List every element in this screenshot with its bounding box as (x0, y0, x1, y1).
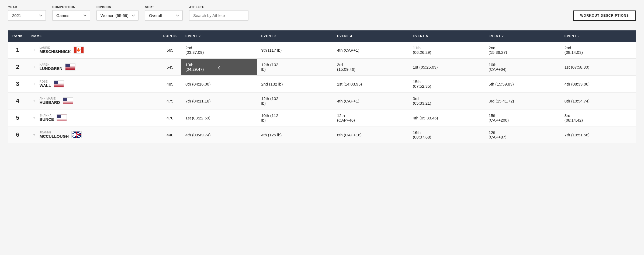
division-select[interactable]: Women (55-59) (96, 10, 139, 21)
flag-icon (71, 131, 82, 138)
athlete-first-name: ANN MARIE (40, 97, 60, 100)
expand-button[interactable]: + (32, 81, 37, 87)
event5-cell: 1st (05:25.03) (408, 59, 484, 76)
expand-button[interactable]: + (32, 115, 37, 121)
event-value: 1st (14:03.95) (337, 82, 362, 86)
event-value: 12th (CAP+87) (489, 130, 506, 139)
event-value: 12th (102 lb) (261, 62, 278, 72)
athlete-last-name: HUBBARD (40, 100, 60, 105)
event-value: 4th (03:49.74) (185, 133, 210, 137)
rank-cell: 1 (8, 42, 27, 59)
athlete-label: ATHLETE (189, 5, 248, 9)
event-value: 12th (CAP+46) (337, 113, 355, 122)
event-value: 4th (05:33.46) (413, 116, 438, 120)
header-rank: RANK (8, 30, 27, 42)
workout-descriptions-button[interactable]: WORKOUT DESCRIPTIONS (573, 10, 636, 21)
event-value: 7th (10:51.58) (565, 133, 590, 137)
event-value: 15th (07:52.35) (413, 79, 431, 88)
table-row: 6 + JOANNE MCCULLOUGH 4404th (03:49.74)4… (8, 126, 636, 143)
event-value: 8th (04:16.00) (185, 82, 210, 86)
event2-cell: 7th (04:11.18) (181, 93, 257, 109)
athlete-last-name: WALL (40, 83, 51, 88)
event9-cell: 4th (08:33.06) (560, 76, 636, 93)
name-cell: + JOANNE MCCULLOUGH (27, 126, 159, 143)
flag-icon (63, 97, 73, 104)
event4-cell: 8th (CAP+16) (333, 126, 408, 143)
event4-cell: 12th (CAP+46) (333, 109, 408, 126)
event4-cell: 1st (14:03.95) (333, 76, 408, 93)
rank-cell: 3 (8, 76, 27, 93)
expand-button[interactable]: + (32, 47, 37, 53)
event-value: 2nd (03:37.09) (185, 45, 204, 55)
athlete-name-block: ROSE WALL (40, 80, 51, 88)
event-value: 2nd (15:36.27) (489, 45, 507, 55)
header-event2: EVENT 2 (181, 30, 257, 42)
event7-cell: 3rd (15:41.72) (484, 93, 560, 109)
expand-button[interactable]: + (32, 132, 37, 137)
event9-cell: 1st (07:58.80) (560, 59, 636, 76)
event-value: 4th (08:33.06) (565, 82, 590, 86)
event-value: 16th (08:07.68) (413, 130, 431, 139)
header-name: NAME (27, 30, 159, 42)
table-header: RANK NAME POINTS EVENT 2 EVENT 3 EVENT 4… (8, 30, 636, 42)
expand-button[interactable]: + (32, 64, 37, 70)
table-row: 5 + SHANNA BUNCE 4701st (03:22.59)10th (… (8, 109, 636, 126)
flag-icon: 🍁 (74, 47, 84, 54)
filters-row: YEAR 2021 COMPETITION Games DIVISION Wom… (8, 5, 636, 21)
event-value: 3rd (15:41.72) (489, 99, 514, 103)
event-value: 2nd (132 lb) (261, 82, 283, 86)
year-label: YEAR (8, 5, 46, 9)
event9-cell: 8th (10:54.74) (560, 93, 636, 109)
event3-cell: 12th (102 lb) (257, 93, 333, 109)
event-value: 1st (03:22.59) (185, 116, 210, 120)
event-value: 10th (112 lb) (261, 113, 278, 122)
event9-cell: 3rd (08:14.42) (560, 109, 636, 126)
athlete-name-block: LAURIE MESCHISHNICK (40, 46, 71, 54)
name-cell: + ANN MARIE HUBBARD (27, 93, 159, 109)
sort-filter-group: SORT Overall (145, 5, 183, 21)
table-row: 2 + KAREN LUNDGREN 54510th (04:29.47)‹12… (8, 59, 636, 76)
event7-cell: 5th (15:59.83) (484, 76, 560, 93)
competition-select[interactable]: Games (52, 10, 90, 21)
event-value: 4th (125 lb) (261, 133, 282, 137)
points-cell: 545 (159, 59, 181, 76)
event3-cell: 12th (102 lb) (257, 59, 333, 76)
athlete-name-block: SHANNA BUNCE (40, 114, 54, 122)
event-value: 11th (06:26.29) (413, 45, 431, 55)
year-select[interactable]: 2021 (8, 10, 46, 21)
division-filter-group: DIVISION Women (55-59) (96, 5, 139, 21)
athlete-first-name: JOANNE (40, 131, 69, 134)
event-value: 5th (15:59.83) (489, 82, 514, 86)
sort-select[interactable]: Overall (145, 10, 183, 21)
event7-cell: 15th (CAP+200) (484, 109, 560, 126)
chevron-left-icon: ‹ (217, 62, 220, 72)
points-cell: 565 (159, 42, 181, 59)
table-row: 1 + LAURIE MESCHISHNICK 🍁 5652nd (03:37.… (8, 42, 636, 59)
event-value: 10th (CAP+64) (489, 62, 506, 72)
event4-cell: 4th (CAP+1) (333, 42, 408, 59)
leaderboard-table: RANK NAME POINTS EVENT 2 EVENT 3 EVENT 4… (8, 30, 636, 143)
flag-icon (65, 63, 75, 70)
event-value: 1st (07:58.80) (565, 65, 590, 69)
points-cell: 470 (159, 109, 181, 126)
athlete-first-name: LAURIE (40, 46, 71, 49)
event3-cell: 2nd (132 lb) (257, 76, 333, 93)
event2-cell: 2nd (03:37.09) (181, 42, 257, 59)
event-value: 15th (CAP+200) (489, 113, 509, 122)
competition-label: COMPETITION (52, 5, 90, 9)
event-value: 4th (CAP+1) (337, 99, 359, 103)
expand-button[interactable]: + (32, 98, 37, 104)
event-value: 3rd (08:14.42) (565, 113, 583, 122)
event-value: 9th (117 lb) (261, 48, 282, 52)
event-value: 10th (04:29.47) (185, 62, 204, 72)
athlete-search-input[interactable] (189, 10, 248, 21)
event5-cell: 3rd (05:33.21) (408, 93, 484, 109)
event2-cell: 8th (04:16.00) (181, 76, 257, 93)
event5-cell: 11th (06:26.29) (408, 42, 484, 59)
event7-cell: 2nd (15:36.27) (484, 42, 560, 59)
header-event3: EVENT 3 (257, 30, 333, 42)
event2-cell: 10th (04:29.47)‹ (181, 59, 257, 76)
athlete-name-block: ANN MARIE HUBBARD (40, 97, 60, 105)
athlete-last-name: MESCHISHNICK (40, 49, 71, 54)
flag-icon (57, 114, 67, 121)
